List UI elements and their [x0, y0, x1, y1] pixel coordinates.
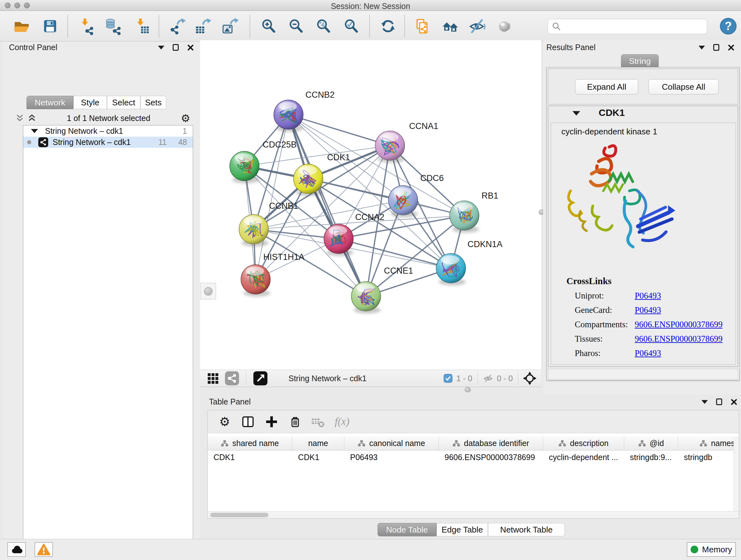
apply-layout-button[interactable]	[379, 17, 397, 36]
cell-namespace[interactable]: stringdb	[678, 450, 739, 464]
hscrollbar-thumb[interactable]	[210, 513, 268, 517]
create-column-icon[interactable]	[265, 415, 278, 428]
crosshair-icon[interactable]	[523, 371, 537, 385]
column-header-namespace[interactable]: namespace	[678, 436, 739, 450]
search-input[interactable]	[548, 19, 707, 34]
cell-description[interactable]: cyclin-dependent ...	[543, 450, 624, 464]
tab-select[interactable]: Select	[107, 96, 140, 109]
node-CDKN1A[interactable]: CDKN1A	[436, 240, 502, 286]
node-HIST1H1A[interactable]: HIST1H1A	[241, 252, 305, 297]
panel-float-icon[interactable]	[713, 44, 719, 51]
results-scroll-track[interactable]	[548, 369, 738, 380]
panel-float-icon[interactable]	[173, 44, 179, 51]
delete-column-icon[interactable]	[289, 415, 301, 428]
table-row[interactable]: CDK1CDK1P064939606.ENSP00000378699cyclin…	[208, 450, 739, 464]
panel-menu-icon[interactable]	[701, 400, 708, 404]
panel-float-icon[interactable]	[716, 398, 722, 405]
show-all-button[interactable]	[495, 17, 514, 36]
section-expander-icon[interactable]	[572, 111, 580, 116]
save-session-button[interactable]	[41, 17, 59, 36]
column-header-name[interactable]: name	[292, 436, 344, 450]
clone-network-button[interactable]	[413, 17, 431, 36]
crosslink-link[interactable]: 9606.ENSP00000378699	[635, 334, 723, 344]
table-vscrollbar[interactable]	[734, 436, 739, 511]
cell-canonical-name[interactable]: P06493	[344, 450, 439, 464]
fit-content-button[interactable]	[314, 17, 333, 36]
bottom-splitter-handle[interactable]	[465, 387, 471, 392]
tab-network[interactable]: Network	[26, 96, 73, 109]
hide-selected-button[interactable]	[468, 17, 486, 36]
crosslink-link[interactable]: P06493	[635, 291, 661, 301]
panel-close-icon[interactable]	[728, 44, 735, 51]
panel-menu-icon[interactable]	[698, 46, 705, 50]
column-header-canonical-name[interactable]: canonical name	[344, 436, 439, 450]
tab-style[interactable]: Style	[73, 96, 107, 109]
export-table-button[interactable]	[193, 17, 212, 36]
zoom-in-button[interactable]	[259, 17, 278, 36]
panel-close-icon[interactable]	[731, 398, 738, 406]
zoom-selected-button[interactable]	[342, 17, 360, 36]
network-graph[interactable]: CCNB2CCNA1CDC25BCDK1CDC6RB1CCNB1CCNA2CDK…	[200, 40, 541, 370]
node-CCNB1[interactable]: CCNB1	[239, 201, 298, 246]
cell-database-identifier[interactable]: 9606.ENSP00000378699	[439, 450, 543, 464]
memory-button[interactable]: Memory	[687, 542, 736, 557]
tab-sets[interactable]: Sets	[140, 96, 166, 109]
cell-name[interactable]: CDK1	[292, 450, 344, 464]
tab-edge-table[interactable]: Edge Table	[436, 523, 488, 537]
zoom-selected-icon	[342, 17, 360, 36]
node-RB1[interactable]: RB1	[450, 191, 498, 233]
node-CCNA1[interactable]: CCNA1	[375, 121, 439, 163]
edge-CCNB2-CCNE1[interactable]	[288, 115, 366, 296]
first-neighbors-button[interactable]	[441, 17, 460, 36]
network-view-title: String Network – cdk1	[288, 374, 367, 383]
node-CCNE1[interactable]: CCNE1	[351, 266, 413, 314]
open-session-button[interactable]	[12, 17, 31, 36]
network-collection-row[interactable]: String Network – cdk1 1	[23, 125, 193, 137]
panel-menu-icon[interactable]	[158, 46, 164, 50]
left-splitter-handle[interactable]	[200, 283, 216, 300]
panel-close-icon[interactable]	[187, 44, 194, 51]
table-options-gear-icon[interactable]: ⚙	[219, 416, 230, 428]
collapse-all-button[interactable]: Collapse All	[649, 79, 719, 95]
expand-all-icon[interactable]	[27, 114, 37, 122]
node-CDC25B[interactable]: CDC25B	[230, 140, 297, 183]
node-CDC6[interactable]: CDC6	[388, 173, 444, 217]
grid-view-icon[interactable]	[207, 372, 220, 385]
selected-count: 1 - 0	[456, 374, 472, 383]
cell-shared-name[interactable]: CDK1	[208, 450, 292, 464]
edge-CCNB2-CCNA1[interactable]	[288, 115, 390, 145]
import-network-database-button[interactable]	[104, 17, 123, 36]
export-network-button[interactable]	[168, 17, 186, 36]
export-image-button[interactable]	[220, 17, 239, 36]
network-view-toolbar: String Network – cdk1 1 - 0 0 - 0	[200, 370, 541, 387]
table-hscrollbar[interactable]	[208, 511, 739, 518]
tab-network-table[interactable]: Network Table	[488, 523, 565, 537]
cell-@id[interactable]: stringdb:9...	[624, 450, 678, 464]
network-canvas[interactable]: CCNB2CCNA1CDC25BCDK1CDC6RB1CCNB1CCNA2CDK…	[200, 40, 541, 370]
zoom-out-button[interactable]	[287, 17, 306, 36]
column-header-@id[interactable]: @id	[624, 436, 678, 450]
collapse-all-icon[interactable]	[15, 114, 24, 122]
network-view-share-icon[interactable]	[225, 371, 239, 385]
tab-node-table[interactable]: Node Table	[378, 523, 436, 537]
warnings-button[interactable]	[35, 542, 53, 557]
selected-checkbox-icon[interactable]	[444, 374, 453, 383]
help-button[interactable]: ?	[719, 17, 738, 36]
network-row-selected[interactable]: String Network – cdk1 11 48	[23, 137, 193, 148]
crosslink-link[interactable]: 9606.ENSP00000378699	[635, 320, 723, 329]
column-header-database-identifier[interactable]: database identifier	[439, 436, 543, 450]
crosslink-link[interactable]: P06493	[635, 348, 661, 358]
crosslink-link[interactable]: P06493	[635, 305, 661, 315]
show-columns-icon[interactable]	[242, 415, 254, 428]
tree-expander-icon[interactable]	[31, 129, 38, 133]
column-header-shared-name[interactable]: shared name	[208, 436, 292, 450]
birdseye-view-icon[interactable]	[253, 371, 267, 385]
import-table-button[interactable]	[132, 17, 151, 36]
expand-all-button[interactable]: Expand All	[575, 79, 638, 95]
edge-count: 48	[178, 138, 187, 147]
column-header-description[interactable]: description	[543, 436, 624, 450]
tab-string[interactable]: String	[621, 54, 659, 68]
import-network-file-button[interactable]	[77, 17, 95, 36]
cloud-button[interactable]	[7, 542, 26, 557]
network-options-gear-icon[interactable]: ⚙	[181, 113, 190, 124]
